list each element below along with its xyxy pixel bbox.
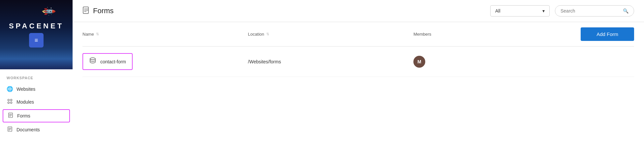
- forms-icon: [7, 113, 14, 119]
- column-action: Add Form: [524, 27, 634, 41]
- search-input[interactable]: [561, 8, 620, 14]
- sidebar-item-websites[interactable]: 🌐 Websites: [0, 83, 73, 95]
- logo-symbol: ≡: [35, 37, 38, 44]
- svg-point-1: [11, 99, 12, 101]
- form-name-column: contact-form: [82, 53, 248, 70]
- form-members-column: M: [413, 56, 524, 68]
- logo-icon: ≡: [29, 33, 44, 48]
- search-icon: 🔍: [623, 8, 628, 14]
- documents-icon: [7, 126, 13, 133]
- svg-point-3: [11, 102, 12, 104]
- header-title-area: Forms: [82, 7, 484, 16]
- member-avatar: M: [413, 56, 425, 68]
- svg-point-0: [8, 99, 10, 101]
- sidebar: 🚀 SPACENET ≡ WORKSPACE 🌐 Websites Module…: [0, 0, 73, 166]
- add-form-button[interactable]: Add Form: [581, 27, 634, 41]
- sort-arrow-name: ⇅: [96, 32, 99, 36]
- sidebar-item-label-modules: Modules: [16, 99, 34, 105]
- workspace-label: WORKSPACE: [0, 76, 73, 83]
- page-header: Forms All ▾ 🔍: [73, 0, 644, 22]
- sidebar-item-documents[interactable]: Documents: [0, 123, 73, 136]
- column-name: Name ⇅: [82, 32, 248, 37]
- sidebar-item-forms[interactable]: Forms: [3, 109, 70, 122]
- logo-text: SPACENET: [9, 22, 64, 30]
- table-header: Name ⇅ Location ⇅ Members Add Form: [82, 22, 634, 47]
- column-location: Location ⇅: [248, 32, 414, 37]
- form-name-cell[interactable]: contact-form: [82, 53, 133, 70]
- form-name-text: contact-form: [100, 59, 126, 64]
- main-content: Forms All ▾ 🔍 Name ⇅ Location ⇅ M: [73, 0, 644, 166]
- svg-point-2: [8, 102, 10, 104]
- page-title: Forms: [93, 7, 113, 15]
- sort-arrow-location: ⇅: [266, 32, 269, 36]
- form-location-column: /Websites/forms: [248, 59, 414, 64]
- header-controls: All ▾ 🔍: [490, 5, 634, 17]
- database-icon: [89, 57, 96, 66]
- modules-icon: [7, 99, 13, 105]
- globe-icon: 🌐: [7, 86, 13, 92]
- forms-header-icon: [82, 7, 90, 16]
- sidebar-nav: WORKSPACE 🌐 Websites Modules Forms Docum…: [0, 69, 73, 166]
- sidebar-item-label-documents: Documents: [16, 127, 40, 132]
- filter-dropdown[interactable]: All ▾: [490, 5, 550, 17]
- sidebar-logo: 🚀 SPACENET ≡: [0, 0, 73, 69]
- search-box: 🔍: [555, 5, 634, 17]
- chevron-down-icon: ▾: [542, 8, 545, 14]
- sidebar-item-label-websites: Websites: [16, 86, 35, 92]
- table-row[interactable]: contact-form /Websites/forms M: [82, 47, 634, 77]
- sidebar-item-modules[interactable]: Modules: [0, 95, 73, 109]
- sidebar-item-label-forms: Forms: [17, 113, 30, 118]
- filter-selected-value: All: [495, 8, 500, 14]
- form-location-text: /Websites/forms: [248, 59, 414, 64]
- svg-point-16: [90, 58, 95, 60]
- forms-table: Name ⇅ Location ⇅ Members Add Form: [73, 22, 644, 166]
- column-members: Members: [413, 32, 524, 37]
- rocket-icon: 🚀: [41, 3, 56, 19]
